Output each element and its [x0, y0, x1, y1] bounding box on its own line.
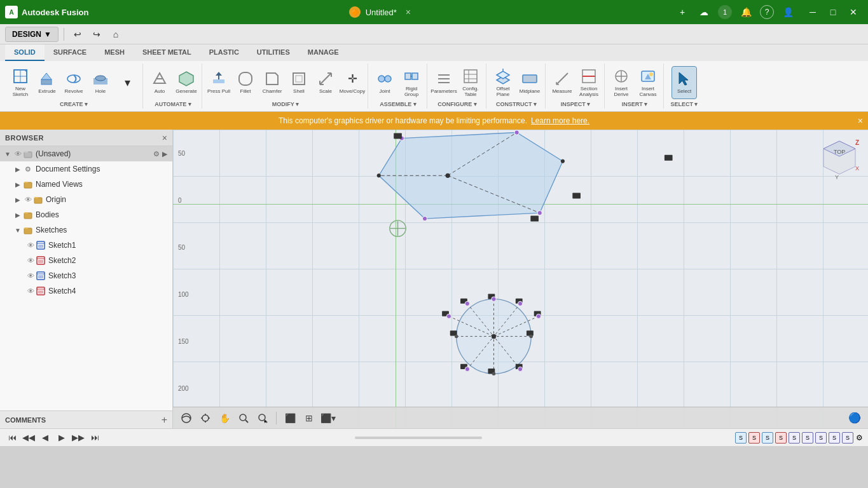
- btn-measure[interactable]: Measure: [549, 66, 575, 99]
- zoom-dropdown-btn[interactable]: ▾: [254, 410, 271, 426]
- btn-revolve[interactable]: Revolve: [61, 66, 86, 99]
- anim-settings-btn[interactable]: ⚙: [856, 433, 863, 442]
- tab-mesh[interactable]: MESH: [95, 44, 134, 61]
- look-at-btn[interactable]: [197, 410, 214, 426]
- close-btn[interactable]: ✕: [844, 3, 863, 22]
- maximize-btn[interactable]: □: [823, 3, 843, 22]
- btn-hole[interactable]: Hole: [88, 66, 113, 99]
- sketch4-eye-icon[interactable]: 👁: [25, 287, 36, 295]
- user-count-icon[interactable]: 1: [718, 5, 732, 19]
- btn-shell[interactable]: Shell: [286, 66, 312, 99]
- tree-item-sketch1[interactable]: 👁 Sketch1: [0, 238, 172, 253]
- anim-skip-end[interactable]: ⏭: [88, 431, 102, 445]
- zoom-fit-btn[interactable]: [235, 410, 252, 426]
- anim-step-prev[interactable]: ◀: [38, 431, 52, 445]
- new-tab-btn[interactable]: +: [675, 4, 690, 20]
- bodies-expander[interactable]: ▶: [13, 210, 23, 220]
- btn-parameters[interactable]: Parameters: [431, 66, 457, 99]
- sketch2-eye-icon[interactable]: 👁: [25, 257, 36, 264]
- display-mode-btn[interactable]: ⬛: [282, 410, 298, 426]
- pan-btn[interactable]: ✋: [216, 410, 233, 426]
- btn-config-table[interactable]: Config. Table: [458, 66, 483, 99]
- timeline-icon-2[interactable]: S: [748, 432, 760, 444]
- canvas-area[interactable]: 50 0 50 100 150 200 250 300: [173, 130, 868, 428]
- btn-offset-plane[interactable]: Offset Plane: [490, 66, 516, 99]
- btn-more-create[interactable]: ▾: [114, 66, 140, 99]
- undo-btn[interactable]: ↩: [69, 26, 86, 43]
- tab-manage[interactable]: MANAGE: [299, 44, 348, 61]
- timeline-icon-4[interactable]: S: [775, 432, 787, 444]
- timeline-icon-3[interactable]: S: [762, 432, 773, 444]
- tree-root-item[interactable]: ▼ 👁 (Unsaved) ⚙ ▶: [0, 146, 172, 161]
- browser-close-btn[interactable]: ×: [162, 133, 167, 143]
- anim-skip-start[interactable]: ⏮: [5, 431, 19, 445]
- redo-btn[interactable]: ↪: [88, 26, 105, 43]
- anim-step-next[interactable]: ▶▶: [71, 431, 85, 445]
- tree-item-named-views[interactable]: ▶ Named Views: [0, 177, 172, 192]
- tree-item-sketch3[interactable]: 👁 Sketch3: [0, 268, 172, 283]
- sketch3-eye-icon[interactable]: 👁: [25, 272, 36, 280]
- timeline-icon-9[interactable]: S: [842, 432, 853, 444]
- root-expander[interactable]: ▼: [3, 149, 13, 159]
- btn-section[interactable]: Section Analysis: [576, 66, 602, 99]
- btn-joint[interactable]: Joint: [372, 66, 397, 99]
- notifications-icon[interactable]: 🔔: [738, 4, 754, 20]
- btn-automate1[interactable]: Auto: [147, 66, 172, 99]
- root-eye-icon[interactable]: 👁: [13, 150, 23, 158]
- alert-link[interactable]: Learn more here.: [531, 116, 589, 125]
- btn-insert-derive[interactable]: Insert Derive: [609, 66, 634, 99]
- anim-timeline[interactable]: [355, 437, 482, 439]
- root-settings-icon[interactable]: ⚙: [153, 150, 160, 158]
- tab-plastic[interactable]: PLASTIC: [200, 44, 248, 61]
- avatar-icon[interactable]: 👤: [780, 4, 796, 20]
- origin-expander[interactable]: ▶: [13, 194, 23, 205]
- btn-automate2[interactable]: Generate: [174, 66, 199, 99]
- timeline-icon-6[interactable]: S: [802, 432, 813, 444]
- sketches-expander[interactable]: ▼: [13, 225, 23, 235]
- timeline-icon-1[interactable]: S: [735, 432, 747, 444]
- named-views-expander[interactable]: ▶: [13, 179, 23, 189]
- btn-move[interactable]: ✛ Move/Copy: [340, 66, 365, 99]
- tree-item-sketches[interactable]: ▼ Sketches: [0, 222, 172, 238]
- btn-fillet[interactable]: Fillet: [233, 66, 258, 99]
- help-icon[interactable]: ?: [760, 5, 774, 19]
- tree-item-sketch4[interactable]: 👁 Sketch4: [0, 283, 172, 299]
- canvas-settings-btn[interactable]: 🔵: [846, 410, 863, 426]
- anim-play[interactable]: ▶: [55, 431, 69, 445]
- orbit-btn[interactable]: [178, 410, 195, 426]
- alert-close-btn[interactable]: ×: [858, 116, 863, 126]
- comments-close-btn[interactable]: +: [162, 414, 167, 426]
- tab-sheet-metal[interactable]: SHEET METAL: [134, 44, 200, 61]
- minimize-btn[interactable]: ─: [803, 3, 822, 22]
- tree-item-sketch2[interactable]: 👁 Sketch2: [0, 253, 172, 268]
- cloud-icon[interactable]: ☁: [696, 4, 712, 20]
- btn-rigid-group[interactable]: Rigid Group: [399, 66, 424, 99]
- tab-solid[interactable]: SOLID: [5, 44, 45, 61]
- tab-utilities[interactable]: UTILITIES: [248, 44, 299, 61]
- tree-item-origin[interactable]: ▶ 👁 Origin: [0, 192, 172, 207]
- btn-insert-canvas[interactable]: Insert Canvas: [635, 66, 661, 99]
- btn-extrude[interactable]: Extrude: [34, 66, 60, 99]
- origin-eye-icon[interactable]: 👁: [23, 196, 33, 203]
- btn-scale[interactable]: Scale: [313, 66, 338, 99]
- viewport-cube[interactable]: Z Y X TOP: [817, 136, 862, 180]
- tree-item-bodies[interactable]: ▶ Bodies: [0, 207, 172, 222]
- tab-close-btn[interactable]: ×: [402, 6, 415, 18]
- btn-select[interactable]: Select: [672, 66, 697, 99]
- btn-chamfer[interactable]: Chamfer: [259, 66, 285, 99]
- grid-btn[interactable]: ⊞: [301, 410, 317, 426]
- btn-new-sketch[interactable]: New Sketch: [8, 66, 33, 99]
- anim-prev[interactable]: ◀◀: [22, 431, 36, 445]
- tree-item-doc-settings[interactable]: ▶ ⚙ Document Settings: [0, 161, 172, 177]
- timeline-icon-8[interactable]: S: [829, 432, 840, 444]
- btn-midplane[interactable]: Midplane: [517, 66, 542, 99]
- design-dropdown-btn[interactable]: DESIGN ▼: [5, 27, 59, 42]
- tab-surface[interactable]: SURFACE: [45, 44, 96, 61]
- home-btn[interactable]: ⌂: [107, 26, 124, 43]
- view-options-btn[interactable]: ⬛▾: [320, 410, 336, 426]
- doc-settings-expander[interactable]: ▶: [13, 164, 23, 174]
- timeline-icon-7[interactable]: S: [815, 432, 827, 444]
- btn-press-pull[interactable]: Press Pull: [206, 66, 231, 99]
- sketch1-eye-icon[interactable]: 👁: [25, 241, 36, 249]
- timeline-icon-5[interactable]: S: [789, 432, 800, 444]
